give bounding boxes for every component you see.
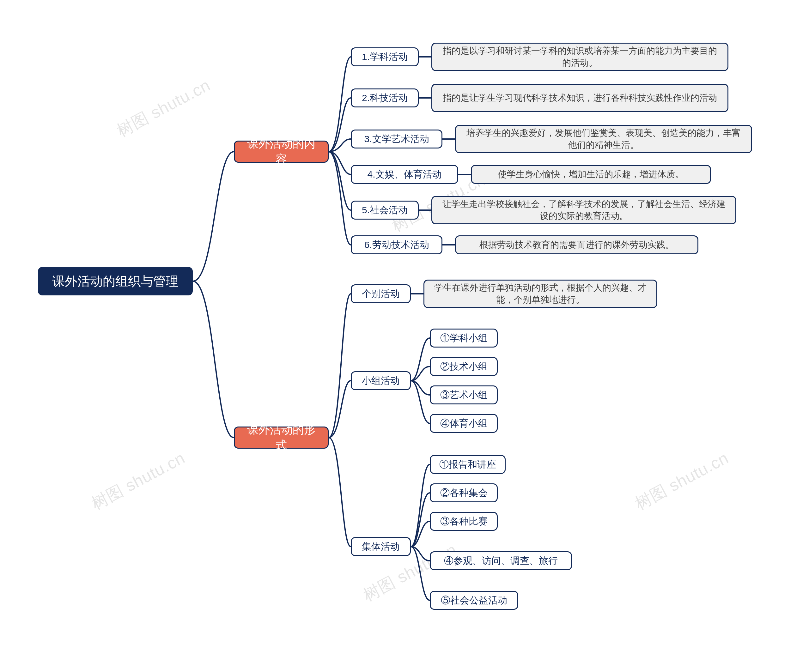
content-item-3[interactable]: 3.文学艺术活动: [351, 129, 442, 149]
branch-content[interactable]: 课外活动的内容: [234, 141, 329, 163]
content-desc-4: 使学生身心愉快，增加生活的乐趣，增进体质。: [471, 165, 711, 184]
content-item-1[interactable]: 1.学科活动: [351, 47, 419, 66]
group-sub-2[interactable]: ②技术小组: [430, 357, 498, 376]
content-item-2[interactable]: 2.科技活动: [351, 89, 419, 107]
group-sub-1[interactable]: ①学科小组: [430, 328, 498, 347]
group-sub-4[interactable]: ④体育小组: [430, 414, 498, 433]
content-desc-3: 培养学生的兴趣爱好，发展他们鉴赏美、表现美、创造美的能力，丰富他们的精神生活。: [455, 125, 752, 153]
collective-sub-3[interactable]: ③各种比赛: [430, 512, 498, 531]
form-collective[interactable]: 集体活动: [351, 537, 411, 556]
root-node[interactable]: 课外活动的组织与管理: [38, 267, 193, 295]
form-group[interactable]: 小组活动: [351, 371, 411, 390]
collective-sub-4[interactable]: ④参观、访问、调查、旅行: [430, 551, 572, 570]
content-desc-1: 指的是以学习和研讨某一学科的知识或培养某一方面的能力为主要目的的活动。: [431, 43, 728, 71]
content-desc-6: 根据劳动技术教育的需要而进行的课外劳动实践。: [455, 235, 698, 254]
content-desc-5: 让学生走出学校接触社会，了解科学技术的发展，了解社会生活、经济建设的实际的教育活…: [431, 196, 736, 224]
content-item-4[interactable]: 4.文娱、体育活动: [351, 165, 458, 184]
watermark: 树图 shutu.cn: [87, 447, 189, 515]
form-individual-desc: 学生在课外进行单独活动的形式，根据个人的兴趣、才能，个别单独地进行。: [423, 280, 657, 308]
group-sub-3[interactable]: ③艺术小组: [430, 385, 498, 404]
content-item-5[interactable]: 5.社会活动: [351, 201, 419, 220]
watermark: 树图 shutu.cn: [631, 447, 732, 515]
collective-sub-2[interactable]: ②各种集会: [430, 483, 498, 502]
collective-sub-1[interactable]: ①报告和讲座: [430, 455, 505, 474]
collective-sub-5[interactable]: ⑤社会公益活动: [430, 591, 518, 610]
watermark: 树图 shutu.cn: [113, 74, 214, 142]
mindmap-canvas: 树图 shutu.cn 树图 shutu.cn 树图 shutu.cn 树图 s…: [0, 0, 809, 672]
branch-form[interactable]: 课外活动的形式: [234, 427, 329, 449]
content-desc-2: 指的是让学生学习现代科学技术知识，进行各种科技实践性作业的活动: [431, 84, 728, 112]
form-individual[interactable]: 个别活动: [351, 284, 411, 303]
content-item-6[interactable]: 6.劳动技术活动: [351, 235, 442, 254]
